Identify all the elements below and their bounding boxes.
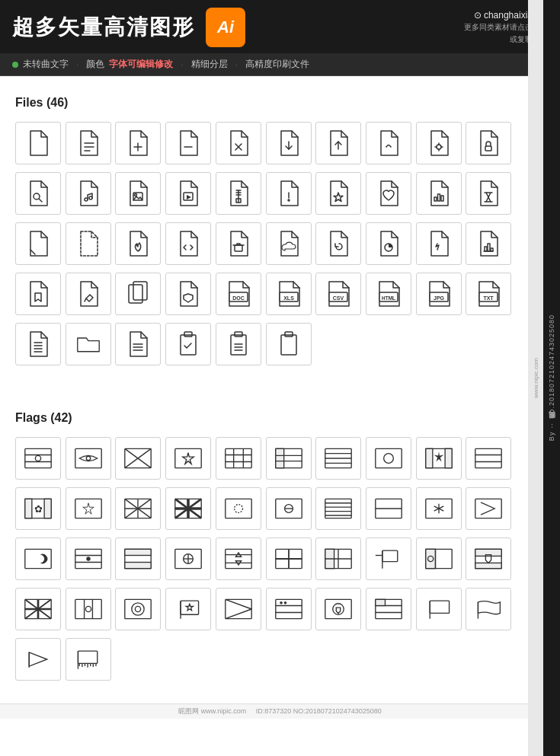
- file-shield-icon: [165, 273, 211, 315]
- svg-rect-95: [376, 448, 402, 467]
- flag-grid-cross-icon: [315, 537, 361, 580]
- flags-section-title: Flags (42): [15, 411, 513, 425]
- svg-rect-176: [75, 599, 101, 618]
- files-row-1: [15, 122, 513, 164]
- svg-rect-38: [488, 244, 490, 251]
- svg-rect-189: [275, 599, 301, 618]
- file-code-icon: [165, 222, 211, 265]
- svg-text:HTML: HTML: [382, 295, 395, 301]
- svg-point-8: [437, 145, 441, 149]
- svg-rect-62: [181, 335, 196, 355]
- flag-bars-icon: [115, 537, 161, 580]
- svg-text:TXT: TXT: [484, 295, 494, 301]
- flags-row-5: [15, 638, 513, 681]
- file-timer-icon: [466, 172, 511, 215]
- svg-rect-80: [175, 448, 201, 467]
- file-link-icon: [366, 122, 411, 164]
- file-close-icon: [216, 122, 261, 164]
- svg-text:CSV: CSV: [333, 295, 344, 301]
- svg-rect-105: [25, 499, 32, 518]
- svg-marker-109: [82, 503, 93, 514]
- flag-dot-icon: [66, 537, 111, 580]
- flag-stripe-sym-icon: [466, 437, 511, 480]
- flag-fringe-icon: [66, 638, 111, 681]
- svg-point-121: [234, 505, 242, 513]
- svg-marker-21: [187, 195, 191, 199]
- file-video-icon: [165, 172, 211, 215]
- flag-target-icon: [165, 537, 211, 580]
- file-blank-icon: [15, 122, 61, 164]
- svg-point-141: [86, 557, 90, 560]
- file-html-icon: HTML: [366, 273, 411, 315]
- flag-wave-icon: [466, 588, 511, 630]
- file-trash-icon: [216, 222, 261, 265]
- file-csv-icon: CSV: [315, 273, 361, 315]
- svg-rect-101: [475, 448, 501, 467]
- flag-x-icon: [115, 437, 161, 480]
- flag-triangle-icon: [15, 638, 61, 681]
- svg-line-40: [85, 298, 86, 301]
- svg-point-182: [136, 606, 141, 611]
- flag-uk-icon: [165, 487, 211, 530]
- file-pie-icon: [366, 222, 411, 265]
- svg-rect-180: [125, 599, 151, 618]
- main-title: 超多矢量高清图形: [12, 13, 195, 42]
- svg-rect-64: [231, 335, 246, 355]
- svg-point-193: [283, 601, 286, 604]
- svg-rect-186: [226, 599, 251, 618]
- file-jpg-icon: JPG: [416, 273, 462, 315]
- file-broken-icon: [416, 222, 462, 265]
- file-text-icon: [66, 122, 111, 164]
- files-row-4: DOC XLS CSV HTML JPG TXT: [15, 273, 513, 315]
- svg-rect-200: [430, 601, 449, 613]
- file-download-icon: [266, 122, 312, 164]
- file-bar2-icon: [466, 222, 511, 265]
- bottom-info: 昵图网 www.nipic.com ID:8737320 NO:20180721…: [178, 707, 382, 715]
- right-watermark: www.nipic.com: [528, 0, 543, 756]
- flag-design1-icon: [266, 437, 312, 480]
- file-refresh-icon: [315, 222, 361, 265]
- file-heart-icon: [366, 172, 411, 215]
- flag-sun-icon: [366, 437, 411, 480]
- flag-diagonal-icon: [115, 487, 161, 530]
- flag-bullseye-icon: [115, 588, 161, 630]
- flag-star-david-icon: [216, 537, 261, 580]
- file-txt-icon: TXT: [466, 273, 511, 315]
- flags-row-4: [15, 588, 513, 630]
- flag-vstripes-icon: [66, 588, 111, 630]
- subheader-text-3: 精细分层: [191, 58, 228, 71]
- flag-minus-icon: [266, 487, 312, 530]
- svg-rect-71: [25, 448, 51, 467]
- svg-rect-69: [281, 335, 296, 355]
- ai-badge: Ai: [206, 8, 245, 47]
- file-search-icon: [15, 172, 61, 215]
- svg-point-179: [85, 606, 91, 611]
- svg-rect-30: [434, 197, 437, 201]
- flags-row-3: [15, 537, 513, 580]
- file-image-icon: [115, 172, 161, 215]
- flag-stripes-icon: [315, 437, 361, 480]
- svg-rect-31: [437, 194, 440, 201]
- flag-canada-icon: ✿: [15, 487, 61, 530]
- subheader-highlight: 字体可编辑修改: [109, 58, 173, 71]
- side-watermark: By：昵图网 No.20180721024743025080: [543, 0, 560, 756]
- file-list-icon: [15, 323, 61, 365]
- file-remove-icon: [165, 122, 211, 164]
- files-row-5: [15, 323, 513, 365]
- svg-text:XLS: XLS: [283, 295, 294, 301]
- flag-crescent-icon: [15, 537, 61, 580]
- svg-text:✿: ✿: [34, 504, 43, 515]
- file-lock-icon: [466, 122, 511, 164]
- files-row-3: [15, 222, 513, 265]
- file-alert-icon: [266, 172, 312, 215]
- file-cloud-icon: [266, 222, 312, 265]
- flag-hstripes-icon: [315, 487, 361, 530]
- flag-pole-icon: [366, 537, 411, 580]
- clipboard-check-icon: [165, 323, 211, 365]
- files-section-title: Files (46): [15, 96, 513, 110]
- svg-line-188: [226, 609, 251, 619]
- flag-star2-icon: [66, 487, 111, 530]
- file-zip-icon: [216, 172, 261, 215]
- svg-rect-65: [235, 332, 242, 337]
- header-left: 超多矢量高清图形 Ai: [12, 8, 245, 47]
